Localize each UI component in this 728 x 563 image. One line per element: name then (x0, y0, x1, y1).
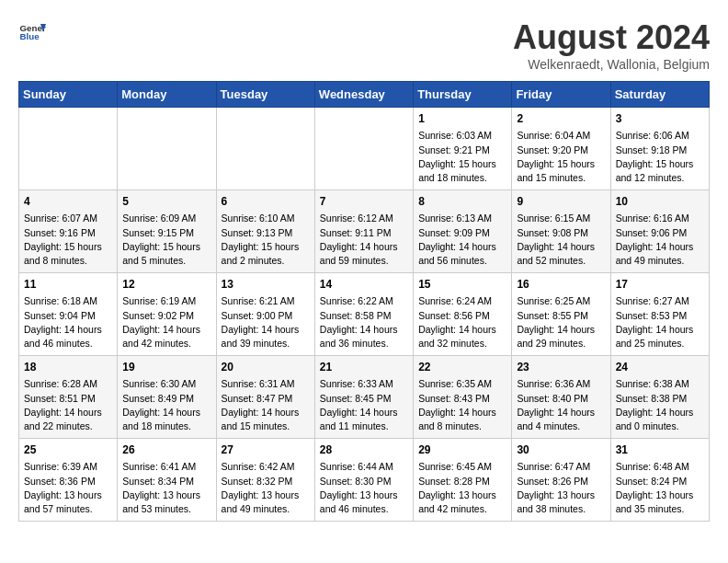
day-info: Sunrise: 6:12 AM (320, 212, 408, 225)
day-info: and 5 minutes. (122, 254, 210, 268)
day-number: 26 (122, 442, 210, 458)
day-info: and 49 minutes. (222, 502, 310, 516)
day-info: Daylight: 15 hours (517, 157, 605, 171)
day-info: and 36 minutes. (320, 337, 408, 350)
day-number: 4 (24, 194, 112, 210)
day-number: 10 (616, 194, 704, 210)
day-info: Daylight: 15 hours (616, 157, 704, 171)
day-info: Sunset: 9:02 PM (122, 309, 210, 323)
day-info: and 2 minutes. (222, 254, 310, 268)
weekday-header-thursday: Thursday (414, 82, 512, 108)
calendar-cell: 23Sunrise: 6:36 AMSunset: 8:40 PMDayligh… (512, 356, 610, 439)
day-info: Sunset: 9:06 PM (616, 226, 704, 240)
day-info: Daylight: 13 hours (320, 488, 408, 502)
day-info: Daylight: 14 hours (616, 406, 704, 419)
day-info: and 38 minutes. (517, 502, 605, 516)
calendar-cell: 20Sunrise: 6:31 AMSunset: 8:47 PMDayligh… (216, 356, 314, 439)
day-number: 25 (24, 442, 112, 458)
calendar-cell: 5Sunrise: 6:09 AMSunset: 9:15 PMDaylight… (118, 190, 216, 273)
weekday-header-row: SundayMondayTuesdayWednesdayThursdayFrid… (19, 82, 710, 108)
day-info: Sunset: 8:30 PM (320, 475, 408, 488)
calendar-cell: 10Sunrise: 6:16 AMSunset: 9:06 PMDayligh… (610, 190, 709, 273)
day-info: Sunrise: 6:39 AM (24, 460, 112, 474)
day-info: Daylight: 15 hours (122, 240, 210, 254)
day-number: 15 (418, 277, 506, 293)
day-number: 28 (320, 442, 408, 458)
day-info: Daylight: 14 hours (616, 323, 704, 337)
day-info: Sunset: 8:55 PM (517, 309, 605, 323)
day-info: Sunrise: 6:47 AM (517, 460, 605, 474)
day-info: Sunrise: 6:28 AM (24, 377, 112, 391)
day-info: Sunset: 9:20 PM (517, 144, 605, 157)
day-info: Daylight: 14 hours (24, 406, 112, 419)
day-info: Sunset: 9:08 PM (517, 226, 605, 240)
calendar-cell: 22Sunrise: 6:35 AMSunset: 8:43 PMDayligh… (414, 356, 512, 439)
day-info: Sunset: 8:26 PM (517, 475, 605, 488)
day-number: 14 (320, 277, 408, 293)
day-number: 18 (24, 360, 112, 375)
day-info: and 11 minutes. (320, 419, 408, 433)
day-info: and 57 minutes. (24, 502, 112, 516)
day-info: Sunrise: 6:45 AM (418, 460, 506, 474)
day-info: Sunrise: 6:25 AM (517, 294, 605, 308)
calendar-cell (216, 108, 314, 190)
calendar-cell: 25Sunrise: 6:39 AMSunset: 8:36 PMDayligh… (19, 439, 118, 522)
day-info: Daylight: 14 hours (517, 406, 605, 419)
day-number: 30 (517, 442, 605, 458)
day-info: Daylight: 14 hours (122, 406, 210, 419)
day-info: and 42 minutes. (122, 337, 210, 350)
day-number: 8 (418, 194, 506, 210)
day-number: 20 (222, 360, 310, 375)
day-info: Sunrise: 6:06 AM (616, 129, 704, 143)
calendar-cell: 28Sunrise: 6:44 AMSunset: 8:30 PMDayligh… (314, 439, 413, 522)
calendar-cell: 17Sunrise: 6:27 AMSunset: 8:53 PMDayligh… (610, 273, 709, 356)
day-number: 3 (616, 111, 704, 127)
day-info: Daylight: 13 hours (24, 488, 112, 502)
calendar-week-4: 18Sunrise: 6:28 AMSunset: 8:51 PMDayligh… (19, 356, 710, 439)
calendar-cell: 21Sunrise: 6:33 AMSunset: 8:45 PMDayligh… (314, 356, 413, 439)
day-info: Daylight: 15 hours (222, 240, 310, 254)
day-number: 5 (122, 194, 210, 210)
weekday-header-tuesday: Tuesday (216, 82, 314, 108)
day-info: Daylight: 13 hours (418, 488, 506, 502)
day-number: 31 (616, 442, 704, 458)
day-info: and 29 minutes. (517, 337, 605, 350)
day-info: and 25 minutes. (616, 337, 704, 350)
page-header: General Blue August 2024 Welkenraedt, Wa… (18, 18, 710, 72)
day-info: Sunset: 8:40 PM (517, 392, 605, 406)
calendar-cell: 26Sunrise: 6:41 AMSunset: 8:34 PMDayligh… (118, 439, 216, 522)
day-info: Sunset: 8:36 PM (24, 475, 112, 488)
logo-icon: General Blue (18, 18, 46, 46)
day-info: Daylight: 14 hours (320, 406, 408, 419)
day-info: Sunrise: 6:19 AM (122, 294, 210, 308)
day-info: Sunset: 9:21 PM (418, 144, 506, 157)
day-info: Sunset: 9:09 PM (418, 226, 506, 240)
calendar-cell (314, 108, 413, 190)
day-info: Sunrise: 6:48 AM (616, 460, 704, 474)
day-info: Daylight: 14 hours (517, 240, 605, 254)
calendar-cell: 7Sunrise: 6:12 AMSunset: 9:11 PMDaylight… (314, 190, 413, 273)
weekday-header-wednesday: Wednesday (314, 82, 413, 108)
day-info: Sunrise: 6:30 AM (122, 377, 210, 391)
day-info: Sunrise: 6:18 AM (24, 294, 112, 308)
day-number: 11 (24, 277, 112, 293)
day-info: Sunset: 8:34 PM (122, 475, 210, 488)
day-info: and 15 minutes. (222, 419, 310, 433)
day-info: and 15 minutes. (517, 171, 605, 185)
calendar-cell: 1Sunrise: 6:03 AMSunset: 9:21 PMDaylight… (414, 108, 512, 190)
day-info: Daylight: 14 hours (418, 406, 506, 419)
calendar-cell: 4Sunrise: 6:07 AMSunset: 9:16 PMDaylight… (19, 190, 118, 273)
day-number: 24 (616, 360, 704, 375)
day-info: Sunrise: 6:09 AM (122, 212, 210, 225)
logo: General Blue (18, 18, 46, 46)
day-info: Sunset: 8:32 PM (222, 475, 310, 488)
day-info: and 52 minutes. (517, 254, 605, 268)
day-info: Sunrise: 6:35 AM (418, 377, 506, 391)
day-info: and 35 minutes. (616, 502, 704, 516)
day-info: Sunrise: 6:03 AM (418, 129, 506, 143)
calendar-cell: 2Sunrise: 6:04 AMSunset: 9:20 PMDaylight… (512, 108, 610, 190)
day-info: Daylight: 13 hours (616, 488, 704, 502)
calendar-cell: 16Sunrise: 6:25 AMSunset: 8:55 PMDayligh… (512, 273, 610, 356)
calendar-week-3: 11Sunrise: 6:18 AMSunset: 9:04 PMDayligh… (19, 273, 710, 356)
day-number: 17 (616, 277, 704, 293)
